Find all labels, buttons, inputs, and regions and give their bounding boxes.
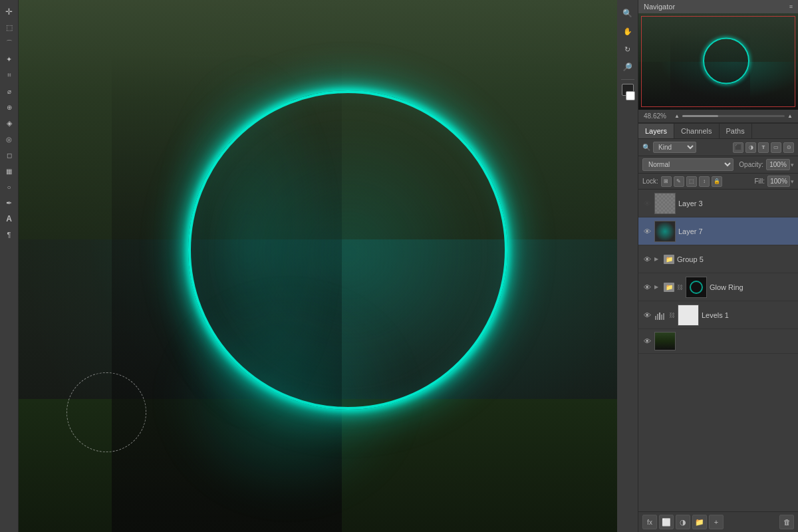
selection-circle: [66, 372, 146, 452]
add-fx-button[interactable]: fx: [642, 515, 657, 529]
filter-bar: 🔍 Kind ⬛ ◑ T ▭ ⊙: [638, 139, 798, 156]
svg-rect-1: [657, 314, 658, 320]
layer-row-layer3[interactable]: 👁 Layer 3: [638, 190, 798, 217]
zoom-in-icon[interactable]: ▲: [787, 113, 793, 119]
tab-paths[interactable]: Paths: [720, 124, 752, 138]
layer-row-glowring[interactable]: 👁 ▶ 📁 ⛓ Glow Ring: [638, 273, 798, 301]
paragraph-tool[interactable]: ¶: [2, 227, 17, 242]
kind-filter-dropdown[interactable]: Kind: [653, 142, 696, 153]
marquee-tool[interactable]: ⬚: [2, 20, 17, 35]
group5-expand-arrow[interactable]: ▶: [654, 256, 661, 262]
tab-layers[interactable]: Layers: [638, 124, 674, 138]
navigator-menu-icon[interactable]: ≡: [789, 3, 793, 10]
levels1-name: Levels 1: [702, 311, 794, 319]
filter-pixel-icon[interactable]: ⬛: [733, 142, 743, 153]
brush-tool[interactable]: ◈: [2, 116, 17, 130]
glowring-chain-icon: ⛓: [677, 284, 683, 291]
levels-adjust-icon: [654, 309, 666, 321]
thumbnail-background: [654, 332, 676, 350]
group5-name: Group 5: [677, 255, 794, 263]
dodge-tool[interactable]: ○: [2, 180, 17, 194]
fill-value[interactable]: 100%: [767, 176, 790, 187]
add-adjustment-button[interactable]: ◑: [676, 515, 690, 529]
right-side: 🔍 ✋ ↻ 🔎 Navigator ≡: [617, 0, 798, 532]
glowring-expand-arrow[interactable]: ▶: [654, 284, 661, 290]
text-tool[interactable]: A: [2, 211, 17, 226]
new-group-button[interactable]: 📁: [692, 515, 707, 529]
nav-viewport-border: [641, 16, 795, 107]
filter-shape-icon[interactable]: ▭: [771, 142, 781, 153]
fill-label: Fill:: [754, 178, 765, 185]
blend-mode-bar: Normal Multiply Screen Overlay Opacity: …: [638, 156, 798, 174]
thumbnail-glowring: [686, 277, 707, 298]
visibility-background[interactable]: 👁: [642, 336, 652, 346]
lasso-tool[interactable]: ⌒: [2, 36, 17, 51]
visibility-layer3[interactable]: 👁: [642, 199, 652, 208]
thumbnail-levels1: [678, 305, 699, 326]
lock-artboard-btn[interactable]: ⬚: [686, 176, 697, 187]
zoom-value: 48.62%: [644, 112, 672, 120]
thumb-ring-glowring: [690, 281, 703, 294]
navigator-preview: [638, 13, 798, 110]
lock-bar: Lock: ⊞ ✎ ⬚ ↕ 🔒 Fill: 100% ▾: [638, 174, 798, 190]
opacity-dropdown-arrow[interactable]: ▾: [791, 162, 794, 168]
levels1-chain-icon: ⛓: [669, 312, 675, 319]
layers-bottom-toolbar: fx ⬜ ◑ 📁 + 🗑: [638, 511, 798, 532]
lock-pixels-btn[interactable]: ⊞: [661, 176, 672, 187]
layer-row-background[interactable]: 👁: [638, 329, 798, 354]
healing-brush-tool[interactable]: ⊕: [2, 100, 17, 114]
zoom-tool[interactable]: 🔎: [620, 59, 636, 75]
thumbnail-layer7: [654, 221, 676, 242]
gradient-tool[interactable]: ▦: [2, 164, 17, 178]
new-layer-button[interactable]: +: [709, 515, 724, 529]
eyedropper-tool[interactable]: ⌀: [2, 84, 17, 98]
thumb-levels: [678, 305, 698, 325]
visibility-layer7[interactable]: 👁: [642, 227, 652, 236]
fill-dropdown-arrow[interactable]: ▾: [791, 178, 794, 185]
svg-rect-4: [663, 313, 664, 320]
layer7-name: Layer 7: [678, 227, 794, 235]
pen-tool[interactable]: ✒: [2, 196, 17, 210]
zoom-fill: [682, 115, 718, 117]
blend-mode-dropdown[interactable]: Normal Multiply Screen Overlay: [642, 158, 733, 171]
divider: [621, 79, 634, 80]
lock-label: Lock:: [642, 178, 658, 185]
visibility-glowring[interactable]: 👁: [642, 283, 652, 292]
layer-row-layer7[interactable]: 👁 Layer 7: [638, 217, 798, 245]
magic-wand[interactable]: ✦: [2, 52, 17, 66]
delete-layer-button[interactable]: 🗑: [779, 515, 794, 529]
layer-row-levels1[interactable]: 👁 ⛓: [638, 301, 798, 329]
clone-stamp[interactable]: ◎: [2, 132, 17, 146]
layers-tabs: Layers Channels Paths: [638, 124, 798, 139]
tab-channels[interactable]: Channels: [674, 124, 719, 138]
visibility-levels1[interactable]: 👁: [642, 311, 652, 320]
move-tool[interactable]: ✛: [2, 4, 17, 19]
left-toolbar: ✛ ⬚ ⌒ ✦ ⌗ ⌀ ⊕ ◈ ◎ ◻ ▦ ○ ✒ A ¶: [0, 0, 19, 532]
svg-rect-0: [655, 316, 656, 320]
rotate-view-tool[interactable]: ↻: [620, 41, 636, 57]
navigator-zoom-tool[interactable]: 🔍: [620, 5, 636, 21]
filter-adjust-icon[interactable]: ◑: [745, 142, 756, 153]
lock-move-btn[interactable]: ↕: [699, 176, 710, 187]
thumbnail-layer3: [654, 193, 676, 214]
crop-tool[interactable]: ⌗: [2, 68, 17, 82]
zoom-slider[interactable]: [682, 115, 785, 117]
opacity-value[interactable]: 100%: [766, 159, 790, 170]
lock-all-btn[interactable]: 🔒: [712, 176, 722, 187]
panels-column: Navigator ≡ 48.62% ▲: [638, 0, 798, 532]
filter-type-icon[interactable]: T: [758, 142, 769, 153]
eraser-tool[interactable]: ◻: [2, 148, 17, 162]
filter-smartobj-icon[interactable]: ⊙: [783, 142, 794, 153]
hand-tool[interactable]: ✋: [620, 23, 636, 39]
add-mask-button[interactable]: ⬜: [659, 515, 674, 529]
nav-zoom-bar: 48.62% ▲ ▲: [638, 110, 798, 123]
layer-row-group5[interactable]: 👁 ▶ 📁 Group 5: [638, 245, 798, 273]
svg-rect-3: [661, 315, 662, 320]
glowring-name: Glow Ring: [710, 283, 794, 291]
zoom-out-icon[interactable]: ▲: [674, 113, 680, 119]
visibility-group5[interactable]: 👁: [642, 255, 652, 264]
layer3-name: Layer 3: [678, 200, 794, 207]
folder-icon-glowring: 📁: [664, 283, 674, 292]
background-color[interactable]: [626, 91, 635, 100]
lock-position-btn[interactable]: ✎: [674, 176, 684, 187]
